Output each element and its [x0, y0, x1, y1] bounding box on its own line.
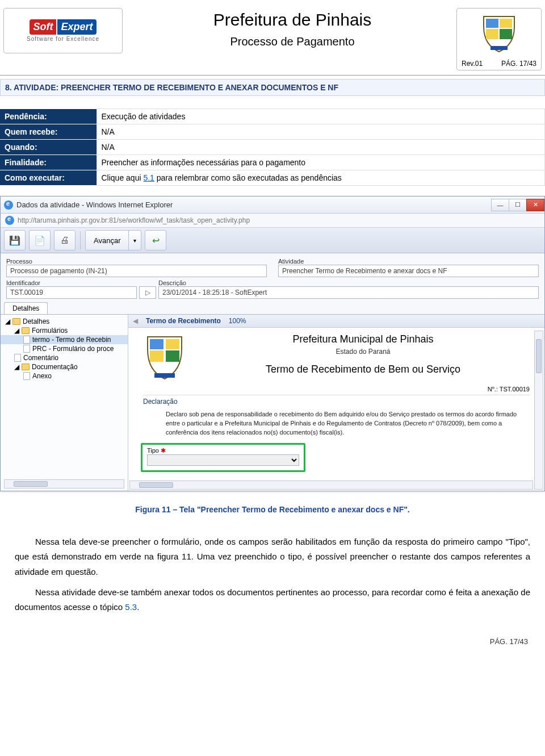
- svg-rect-5: [150, 339, 164, 349]
- tree-termo[interactable]: termo - Termo de Recebin: [1, 335, 128, 344]
- form-title: Termo de Recebimento: [146, 317, 221, 325]
- tree-formularios[interactable]: ◢Formulários: [1, 326, 128, 335]
- tree-nav: ◢Detalhes ◢Formulários termo - Termo de …: [1, 315, 128, 491]
- pinhais-crest-icon: [143, 333, 186, 382]
- declaracao-text: Declaro sob pena de responsabilidade o r…: [166, 410, 530, 437]
- page-footer: PÁG. 17/43: [0, 620, 545, 657]
- desc-input[interactable]: 23/01/2014 - 18:25:18 - SoftExpert: [158, 286, 539, 299]
- svg-rect-9: [154, 373, 175, 378]
- rev-label: Rev.01: [462, 60, 483, 68]
- svg-rect-6: [166, 339, 179, 349]
- tree-detalhes[interactable]: ◢Detalhes: [1, 317, 128, 326]
- tree-label: Documentação: [32, 363, 78, 371]
- chevron-down-icon[interactable]: ▾: [128, 231, 141, 250]
- doc-subtitle: Processo de Pagamento: [128, 35, 456, 48]
- atividade-label: Atividade: [278, 258, 539, 265]
- document-icon: [14, 354, 21, 362]
- atividade-input[interactable]: Preencher Termo de Recebimento e anexar …: [278, 265, 539, 277]
- exec-link[interactable]: 5.1: [143, 173, 154, 182]
- tree-prc[interactable]: PRC - Formulário do proce: [1, 344, 128, 353]
- advance-button[interactable]: Avançar ▾: [85, 230, 141, 250]
- form-heading-1: Prefeitura Municipal de Pinhais: [196, 333, 530, 345]
- p2-pre: Nessa atividade deve-se também anexar to…: [15, 587, 530, 612]
- maximize-button[interactable]: ☐: [509, 199, 527, 211]
- pag-label: PÁG. 17/43: [501, 60, 536, 68]
- exec-pre: Clique aqui: [102, 173, 144, 182]
- chevron-left-icon[interactable]: ◀: [133, 317, 138, 325]
- crest-box: Rev.01 PÁG. 17/43: [456, 8, 542, 70]
- document-header: Soft Expert Software for Excellence Pref…: [0, 0, 545, 76]
- declaracao-label: Declaração: [143, 395, 530, 406]
- return-icon[interactable]: ↩: [145, 230, 166, 250]
- svg-rect-8: [166, 350, 179, 362]
- info-value: N/A: [97, 124, 545, 140]
- horizontal-scrollbar[interactable]: [4, 479, 124, 488]
- scrollbar-thumb[interactable]: [14, 481, 48, 487]
- info-row: Finalidade: Preencher as informações nec…: [0, 155, 545, 170]
- figure-caption: Figura 11 – Tela "Preencher Termo de Rec…: [0, 505, 545, 514]
- info-value: N/A: [97, 140, 545, 155]
- exec-post: para relembrar como são executadas as pe…: [154, 173, 342, 182]
- logo-subtitle: Software for Excellence: [27, 36, 99, 42]
- info-row: Quando: N/A: [0, 140, 545, 155]
- tree-documentacao[interactable]: ◢Documentação: [1, 362, 128, 371]
- address-bar: http://taruma.pinhais.pr.gov.br:81/se/wo…: [1, 214, 544, 228]
- tree-label: PRC - Formulário do proce: [32, 345, 114, 353]
- info-value-exec: Clique aqui 5.1 para relembrar como são …: [97, 170, 545, 186]
- section-number: 8.: [5, 83, 12, 92]
- lookup-button[interactable]: ▷: [139, 286, 156, 299]
- document-icon: [23, 372, 30, 380]
- tree-label: termo - Termo de Recebin: [32, 336, 111, 344]
- close-button[interactable]: ✕: [526, 199, 544, 211]
- form-panel: ◀ Termo de Recebimento 100%: [128, 315, 544, 491]
- form-heading-3: Termo de Recebimento de Bem ou Serviço: [196, 364, 530, 375]
- section-link-53[interactable]: 5.3: [125, 602, 137, 612]
- softexpert-logo: Soft Expert: [30, 19, 96, 35]
- ie-window: Dados da atividade - Windows Internet Ex…: [0, 196, 545, 491]
- pinhais-crest-icon: [478, 12, 520, 54]
- window-title: Dados da atividade - Windows Internet Ex…: [16, 201, 173, 209]
- save-icon[interactable]: 💾: [4, 230, 26, 250]
- form-heading-2: Estado do Paraná: [196, 348, 530, 356]
- advance-label: Avançar: [86, 236, 128, 245]
- ie-icon: [5, 216, 14, 225]
- content-row: ◢Detalhes ◢Formulários termo - Termo de …: [1, 315, 544, 491]
- folder-icon: [12, 318, 20, 325]
- horizontal-scrollbar[interactable]: [129, 481, 533, 490]
- tree-anexo[interactable]: Anexo: [1, 371, 128, 381]
- body-text: Nessa tela deve-se preencher o formulári…: [0, 534, 545, 615]
- doc-icon[interactable]: 📄: [29, 230, 51, 250]
- svg-rect-3: [500, 29, 512, 39]
- tree-label: Detalhes: [23, 318, 49, 325]
- document-icon: [23, 336, 30, 344]
- info-table: Pendência: Execução de atividades Quem r…: [0, 108, 545, 186]
- scrollbar-thumb[interactable]: [536, 339, 542, 373]
- print-icon[interactable]: 🖨: [54, 230, 76, 250]
- softexpert-logo-box: Soft Expert Software for Excellence: [3, 8, 123, 53]
- tab-bar: Detalhes: [1, 302, 544, 315]
- minimize-button[interactable]: —: [491, 199, 509, 211]
- tree-label: Anexo: [32, 372, 52, 380]
- window-titlebar: Dados da atividade - Windows Internet Ex…: [1, 197, 544, 214]
- scrollbar-thumb[interactable]: [139, 482, 173, 488]
- ident-label: Identificador: [6, 279, 137, 286]
- info-label: Quando:: [0, 140, 97, 155]
- form-number: Nº.: TST.00019: [143, 386, 530, 392]
- svg-rect-7: [150, 350, 164, 362]
- svg-rect-0: [486, 19, 498, 28]
- info-value: Execução de atividades: [97, 109, 545, 124]
- form-sub-toolbar: ◀ Termo de Recebimento 100%: [128, 315, 544, 328]
- p2-post: .: [137, 602, 139, 612]
- tree-comentario[interactable]: Comentário: [1, 353, 128, 362]
- folder-icon: [22, 327, 30, 334]
- tipo-select[interactable]: [147, 454, 299, 466]
- tab-detalhes[interactable]: Detalhes: [4, 302, 48, 314]
- processo-input[interactable]: Processo de pagamento (IN-21): [6, 265, 267, 277]
- vertical-scrollbar[interactable]: [534, 331, 543, 490]
- info-label: Finalidade:: [0, 155, 97, 170]
- tree-label: Formulários: [32, 327, 68, 335]
- svg-rect-4: [491, 46, 508, 50]
- rev-pag: Rev.01 PÁG. 17/43: [459, 60, 539, 68]
- section-heading-bar: 8. ATIVIDADE: PREENCHER TERMO DE RECEBIM…: [0, 79, 545, 96]
- ident-input[interactable]: TST.00019: [6, 286, 137, 299]
